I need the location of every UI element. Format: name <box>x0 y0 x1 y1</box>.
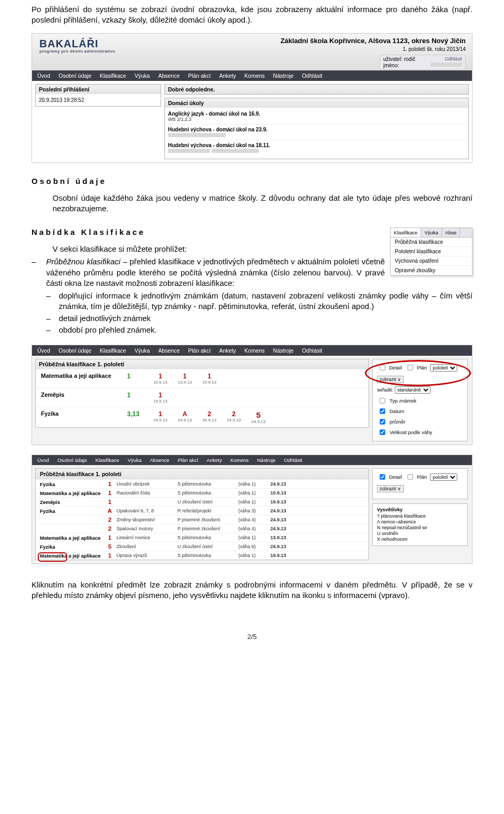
school-term: 1. pololetí šk. roku 2013/14 <box>403 46 466 52</box>
menu-item[interactable]: Absence <box>158 347 180 354</box>
user-box: uživatel: rodič Odhlásit jméno: <box>380 55 466 70</box>
dropdown-item[interactable]: Pololetní klasifikace <box>391 247 472 256</box>
page-number: 2/5 <box>32 633 472 641</box>
menu-item[interactable]: Odhlásit <box>284 457 302 463</box>
menu-item[interactable]: Odhlásit <box>302 347 322 354</box>
marks-panel-title: Průběžná klasifikace 1. pololetí <box>36 469 369 479</box>
menu-item[interactable]: Osobní údaje <box>59 73 91 79</box>
plan-checkbox[interactable]: Plán <box>405 363 427 373</box>
sub-bullet: doplňující informace k jednotlivým známk… <box>59 291 472 312</box>
logout-link[interactable]: Odhlásit <box>445 56 462 62</box>
mark-detail-row[interactable]: Fyzika5ZkoušeníU zkoušení ústní(váha 6)2… <box>36 542 369 551</box>
dropdown-tab[interactable]: Výuka <box>421 228 442 237</box>
panel-last-login-header: Poslední přihlášení <box>36 85 161 94</box>
options-box: Detail Plán pololetí zobrazit ∨ <box>372 468 468 499</box>
menu-item[interactable]: Odhlásit <box>302 73 322 79</box>
mark-detail-row[interactable]: FyzikaAOpakování 6, 7, 8R referát/projek… <box>36 506 369 515</box>
menu-item[interactable]: Plán akcí <box>188 347 211 354</box>
menu-item[interactable]: Ankety <box>219 73 236 79</box>
menu-item[interactable]: Výuka <box>128 457 141 463</box>
menu-item[interactable]: Plán akcí <box>178 457 198 463</box>
velikost-checkbox[interactable]: Velikost podle váhy <box>377 427 463 437</box>
period-select[interactable]: pololetí <box>430 473 457 481</box>
annotation-rectangle <box>38 552 67 562</box>
show-button[interactable]: zobrazit ∨ <box>377 485 404 492</box>
marks-panel-title: Průběžná klasifikace 1. pololetí <box>36 359 369 369</box>
subject-row[interactable]: Zeměpis 1 119.9.13 <box>36 388 369 407</box>
show-button[interactable]: zobrazit ∨ <box>377 376 404 383</box>
menu-item[interactable]: Klasifikace <box>100 73 126 79</box>
greeting-panel: Dobré odpoledne. <box>165 85 468 94</box>
screenshot-marks-detail: Úvod Osobní údaje Klasifikace Výuka Abse… <box>32 455 472 564</box>
mark-detail-row[interactable]: 2Změny skupenstvíP písemné zkoušení(váha… <box>36 515 369 524</box>
menu-item[interactable]: Osobní údaje <box>59 347 91 354</box>
menu-item[interactable]: Komens <box>245 347 265 354</box>
menu-item[interactable]: Nástroje <box>273 73 293 79</box>
sort-select[interactable]: standardně <box>395 386 430 394</box>
mark-detail-row[interactable]: 2Spalovací motoryP písemné zkoušení(váha… <box>36 524 369 533</box>
prumer-checkbox[interactable]: průměr <box>377 417 463 427</box>
menu-item[interactable]: Ankety <box>207 457 222 463</box>
menu-item[interactable]: Osobní údaje <box>57 457 87 463</box>
period-select[interactable]: pololetí <box>430 364 457 372</box>
school-title: Základní škola Kopřivnice, Alšova 1123, … <box>280 37 466 45</box>
menu-item[interactable]: Komens <box>230 457 249 463</box>
sub-bullet: detail jednotlivých známek <box>59 313 472 324</box>
datum-checkbox[interactable]: Datum <box>377 406 463 416</box>
main-menu[interactable]: Úvod Osobní údaje Klasifikace Výuka Abse… <box>32 345 472 356</box>
legend-box: Vysvětlivky ? plánovaná klasifikace A ne… <box>372 503 468 546</box>
options-box: Detail Plán pololetí zobrazit ∨ seřadit:… <box>372 359 468 441</box>
paragraph-osobni: Osobní údaje každého žáka jsou vedeny v … <box>32 193 472 214</box>
last-login-value: 20.9.2013 19:28:52 <box>36 94 161 106</box>
bullet-prubezna: Průběžnou klasifikaci – přehled klasifik… <box>46 256 472 288</box>
heading-osobni-udaje: Osobní údaje <box>32 177 472 186</box>
menu-item[interactable]: Úvod <box>37 457 49 463</box>
typ-checkbox[interactable]: Typ známek <box>377 396 463 406</box>
screenshot-marks-overview: Úvod Osobní údaje Klasifikace Výuka Abse… <box>32 345 472 445</box>
dropdown-tab[interactable]: Abse <box>442 228 460 237</box>
menu-item[interactable]: Absence <box>150 457 170 463</box>
menu-item[interactable]: Klasifikace <box>100 347 126 354</box>
screenshot-home: BAKALÁŘI programy pro školní administrat… <box>32 33 472 163</box>
plan-checkbox[interactable]: Plán <box>405 472 427 482</box>
menu-item[interactable]: Nástroje <box>273 347 293 354</box>
detail-checkbox[interactable]: Detail <box>377 363 402 373</box>
menu-item[interactable]: Úvod <box>37 73 50 79</box>
menu-item[interactable]: Komens <box>245 73 265 79</box>
mark-detail-row[interactable]: Zeměpis1U zkoušení ústní(váha 1)19.9.13 <box>36 497 369 506</box>
menu-item[interactable]: Výuka <box>134 347 150 354</box>
homework-item: Hudební výchova - domácí úkol na 23.9. <box>168 127 465 140</box>
footer-paragraph: Kliknutím na konkrétní předmět lze zobra… <box>32 580 472 601</box>
main-menu[interactable]: Úvod Osobní údaje Klasifikace Výuka Abse… <box>32 455 472 465</box>
menu-item[interactable]: Úvod <box>37 347 50 354</box>
homework-panel-header: Domácí úkoly <box>165 98 468 108</box>
mark-detail-row[interactable]: Matematika a její aplikace1Lineární rovn… <box>36 533 369 542</box>
homework-item: Anglický jazyk - domácí úkol na 16.9. WB… <box>168 111 465 125</box>
dropdown-tab[interactable]: Klasifikace <box>391 228 421 237</box>
menu-item[interactable]: Nástroje <box>257 457 276 463</box>
dropdown-item[interactable]: Průběžná klasifikace <box>391 238 472 247</box>
menu-item[interactable]: Výuka <box>134 73 150 79</box>
menu-item[interactable]: Plán akcí <box>188 73 211 79</box>
menu-item[interactable]: Klasifikace <box>96 457 119 463</box>
homework-item: Hudební výchova - domácí úkol na 18.11. <box>168 142 465 156</box>
main-menu[interactable]: Úvod Osobní údaje Klasifikace Výuka Abse… <box>32 70 472 81</box>
blurred-username <box>430 63 462 67</box>
menu-item[interactable]: Absence <box>158 73 180 79</box>
mark-detail-row[interactable]: Matematika a její aplikace1Racionální čí… <box>36 488 369 497</box>
menu-item[interactable]: Ankety <box>219 347 236 354</box>
app-logo: BAKALÁŘI programy pro školní administrat… <box>32 34 136 70</box>
mark-detail-row[interactable]: Matematika a její aplikace1Úprava výrazů… <box>36 551 369 560</box>
subject-row[interactable]: Matematika a její aplikace 1 110.9.13 11… <box>36 369 369 388</box>
mark-detail-row[interactable]: Fyzika1Úvodní obrázekS pětiminutovka(váh… <box>36 479 369 488</box>
detail-checkbox[interactable]: Detail <box>377 472 402 482</box>
intro-paragraph: Po přihlášení do systému se zobrazí úvod… <box>32 4 472 26</box>
subject-row[interactable]: Fyzika 3,13 124.9.13 A24.9.13 224.9.13 2… <box>36 407 369 427</box>
sub-bullet: období pro přehled známek. <box>59 325 472 335</box>
